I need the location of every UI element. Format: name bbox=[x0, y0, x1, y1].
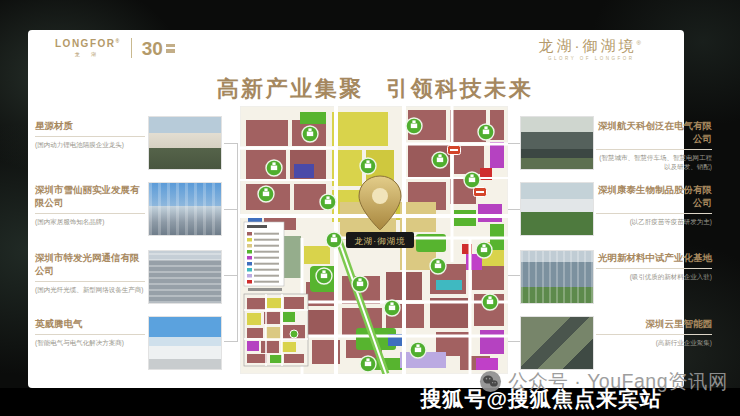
company-photo bbox=[520, 316, 594, 370]
company-name: 深圳市特发光网通信有限公司 bbox=[35, 252, 145, 282]
callout-connector bbox=[508, 209, 520, 210]
company-name: 光明新材料中试产业化基地 bbox=[596, 252, 712, 269]
company-callout: 深圳市雪仙丽实业发展有限公司 (国内家居服饰知名品牌) bbox=[35, 184, 145, 226]
longfor-logo-cn: 龙 湖 bbox=[55, 51, 121, 57]
company-note: (智能电气与电气化解决方案商) bbox=[35, 338, 145, 347]
callout-connector bbox=[508, 275, 520, 276]
project-label: 龙湖·御湖境 bbox=[346, 232, 414, 248]
company-callout: 光明新材料中试产业化基地 (吸引优质的新材料企业入驻) bbox=[596, 252, 712, 281]
anniversary-badge-marks bbox=[166, 43, 175, 54]
page-title: 高新产业集聚 引领科技未来 bbox=[28, 74, 684, 104]
brand-divider bbox=[131, 38, 132, 58]
callout-connector bbox=[224, 341, 238, 342]
company-name: 星源材质 bbox=[35, 120, 145, 137]
company-name: 深圳云里智能园 bbox=[596, 318, 712, 335]
company-callout: 星源材质 (国内动力锂电池隔膜企业龙头) bbox=[35, 120, 145, 149]
land-use-map: 龙湖·御湖境 bbox=[240, 106, 508, 374]
company-callout: 深圳康泰生物制品股份有限公司 (以乙肝疫苗等疫苗研发为主) bbox=[596, 184, 712, 226]
map-legend bbox=[244, 222, 284, 286]
longfor-logo: LONGFOR® 龙 湖 30 bbox=[55, 38, 175, 58]
longfor-logo-text: LONGFOR bbox=[55, 38, 116, 49]
company-note: (以乙肝疫苗等疫苗研发为主) bbox=[596, 217, 712, 226]
sohu-watermark: 搜狐号@搜狐焦点来宾站 bbox=[421, 385, 662, 413]
slide: LONGFOR® 龙 湖 30 龙湖·御湖境® GLORY OF LONGFOR… bbox=[0, 0, 740, 416]
longfor-wordmark: LONGFOR® 龙 湖 bbox=[55, 39, 121, 57]
project-name-en: GLORY OF LONGFOR bbox=[539, 56, 644, 61]
project-label-text: 龙湖·御湖境 bbox=[354, 236, 405, 246]
company-note: (吸引优质的新材料企业入驻) bbox=[596, 272, 712, 281]
callout-connector bbox=[224, 209, 238, 210]
company-photo bbox=[520, 182, 594, 236]
company-name: 英威腾电气 bbox=[35, 318, 145, 335]
company-callout: 深圳航天科创泛在电气有限公司 (智慧城市、智慧停车场、智慧电网工程以及研发、销配… bbox=[596, 120, 712, 171]
map-inset bbox=[244, 294, 308, 366]
company-note: (国内家居服饰知名品牌) bbox=[35, 217, 145, 226]
callout-connector bbox=[224, 143, 238, 144]
project-logo: 龙湖·御湖境® GLORY OF LONGFOR bbox=[539, 38, 644, 61]
company-name: 深圳康泰生物制品股份有限公司 bbox=[596, 184, 712, 214]
company-note: (高新行业企业聚集) bbox=[596, 338, 712, 347]
land-use-map-svg: 龙湖·御湖境 bbox=[240, 106, 508, 374]
company-callout: 深圳云里智能园 (高新行业企业聚集) bbox=[596, 318, 712, 347]
inset-caption-bar bbox=[248, 288, 282, 291]
callout-connector bbox=[508, 341, 520, 342]
company-callout: 英威腾电气 (智能电气与电气化解决方案商) bbox=[35, 318, 145, 347]
company-name: 深圳航天科创泛在电气有限公司 bbox=[596, 120, 712, 150]
registered-mark: ® bbox=[637, 40, 644, 46]
company-photo bbox=[520, 116, 594, 170]
callout-connector bbox=[224, 275, 238, 276]
company-callout: 深圳市特发光网通信有限公司 (国内光纤光缆、新型网络设备生产商) bbox=[35, 252, 145, 294]
company-name: 深圳市雪仙丽实业发展有限公司 bbox=[35, 184, 145, 214]
company-photo bbox=[148, 250, 222, 304]
company-photo bbox=[148, 182, 222, 236]
project-name: 龙湖·御湖境 bbox=[539, 37, 637, 54]
company-note: (智慧城市、智慧停车场、智慧电网工程以及研发、销配) bbox=[596, 153, 712, 172]
company-note: (国内光纤光缆、新型网络设备生产商) bbox=[35, 285, 145, 294]
anniversary-30-badge: 30 bbox=[142, 39, 163, 58]
callout-connector bbox=[508, 143, 520, 144]
slide-card: LONGFOR® 龙 湖 30 龙湖·御湖境® GLORY OF LONGFOR… bbox=[28, 30, 684, 388]
callout-connector bbox=[237, 143, 238, 341]
company-photo bbox=[148, 316, 222, 370]
company-photo bbox=[520, 250, 594, 304]
company-photo bbox=[148, 116, 222, 170]
registered-mark: ® bbox=[116, 38, 121, 44]
company-note: (国内动力锂电池隔膜企业龙头) bbox=[35, 140, 145, 149]
